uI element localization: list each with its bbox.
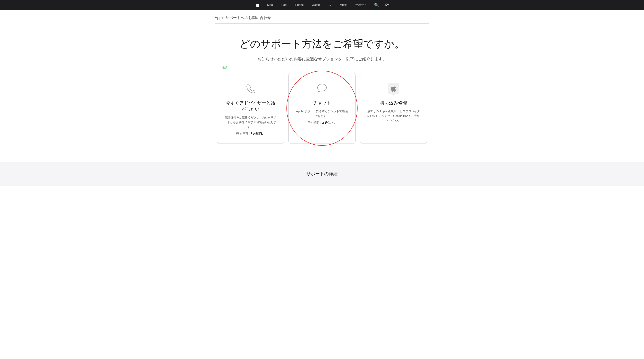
chat-card[interactable]: チャット Apple サポートに今すぐチャットで相談できます。 待ち時間：2 分… xyxy=(288,73,356,144)
main-heading: どのサポート方法をご希望ですか。 xyxy=(215,37,429,51)
repair-card-desc: 最寄りの Apple 正規サービスプロバイダをお探しになるか、Genius Ba… xyxy=(367,109,420,123)
recommended-label: 推奨 xyxy=(222,66,422,70)
repair-icon xyxy=(367,82,420,95)
repair-card[interactable]: 持ち込み修理 最寄りの Apple 正規サービスプロバイダをお探しになるか、Ge… xyxy=(360,73,427,144)
repair-card-title: 持ち込み修理 xyxy=(367,100,420,106)
chat-icon xyxy=(296,82,348,95)
nav-item-tv[interactable]: TV xyxy=(324,0,336,10)
page-title: Apple サポートへのお問い合わせ xyxy=(215,15,429,24)
nav-list: Mac iPad iPhone Watch TV Music サポート xyxy=(263,0,371,10)
nav-item-watch[interactable]: Watch xyxy=(308,0,324,10)
phone-card-title: 今すぐアドバイザーと話がしたい xyxy=(224,100,277,112)
chat-card-wait: 待ち時間：2 分以内。 xyxy=(296,121,348,125)
nav-item-support[interactable]: サポート xyxy=(351,0,371,10)
phone-card[interactable]: 今すぐアドバイザーと話がしたい 電話番号をご連絡ください。Apple サポートか… xyxy=(217,73,284,144)
page-footer: サポートの詳細 xyxy=(0,162,644,186)
apple-badge-icon xyxy=(388,83,399,94)
main-content: どのサポート方法をご希望ですか。 お知らせいただいた内容に最適なオプションを、以… xyxy=(210,24,434,162)
chat-card-title: チャット xyxy=(296,100,348,106)
nav-item-mac[interactable]: Mac xyxy=(263,0,277,10)
apple-logo-icon xyxy=(256,3,259,7)
nav-item-ipad[interactable]: iPad xyxy=(277,0,291,10)
bag-link[interactable]: 🛍 xyxy=(382,0,392,10)
main-subtitle: お知らせいただいた内容に最適なオプションを、以下にご紹介します。 xyxy=(215,56,429,62)
nav-icons: 🔍 🛍 xyxy=(371,0,392,10)
phone-card-desc: 電話番号をご連絡ください。Apple サポートからお客様に今すぐお電話いたします… xyxy=(224,115,277,129)
phone-icon xyxy=(224,82,277,95)
phone-card-wait: 待ち時間：2 分以内。 xyxy=(224,132,277,136)
page-header: Apple サポートへのお問い合わせ xyxy=(210,10,434,24)
footer-support-link[interactable]: サポートの詳細 xyxy=(306,171,338,176)
nav-item-iphone[interactable]: iPhone xyxy=(291,0,308,10)
cards-container: 今すぐアドバイザーと話がしたい 電話番号をご連絡ください。Apple サポートか… xyxy=(215,73,429,144)
nav-item-music[interactable]: Music xyxy=(336,0,351,10)
main-nav: Mac iPad iPhone Watch TV Music サポート 🔍 🛍 xyxy=(0,0,644,10)
chat-card-desc: Apple サポートに今すぐチャットで相談できます。 xyxy=(296,109,348,118)
search-link[interactable]: 🔍 xyxy=(371,0,382,10)
apple-logo-link[interactable] xyxy=(252,3,263,7)
